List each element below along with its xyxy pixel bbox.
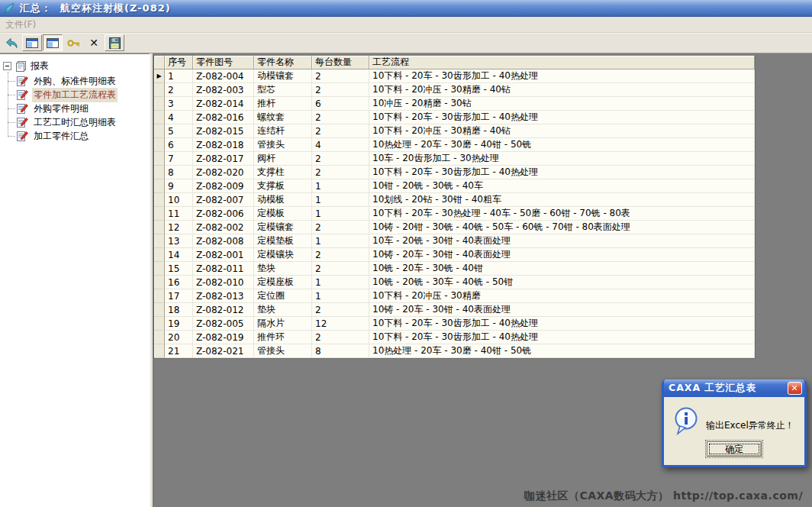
table-cell[interactable]: 1 xyxy=(312,207,369,221)
row-selector[interactable] xyxy=(154,276,165,289)
table-row[interactable]: 21Z-082-021管接头810热处理 - 20车 - 30磨 - 40钳 -… xyxy=(154,344,755,358)
table-cell[interactable]: 10冲压 - 20精磨 - 30钻 xyxy=(369,97,755,111)
table-cell[interactable]: 8 xyxy=(165,166,193,179)
table-cell[interactable]: 垫块 xyxy=(254,262,312,276)
table-cell[interactable]: 10下料 - 20冲压 - 30精磨 xyxy=(369,289,755,303)
table-row[interactable]: 14Z-082-001定模镶块210铸 - 20车 - 30钳 - 40表面处理 xyxy=(154,248,755,262)
table-row[interactable]: 5Z-082-015连结杆210下料 - 20冲压 - 30精磨 - 40钻 xyxy=(154,124,755,138)
table-row[interactable]: 6Z-082-018管接头410热处理 - 20车 - 30磨 - 40钳 - … xyxy=(154,138,755,152)
column-header-2[interactable]: 零件名称 xyxy=(254,56,312,69)
table-cell[interactable]: 定模镶套 xyxy=(254,221,312,234)
table-cell[interactable]: 10下料 - 20车 - 30齿形加工 - 40热处理 xyxy=(369,317,755,331)
table-cell[interactable]: Z-082-010 xyxy=(193,276,254,289)
table-row[interactable]: 3Z-082-014推杆610冲压 - 20精磨 - 30钻 xyxy=(154,97,755,111)
table-cell[interactable]: 1 xyxy=(312,289,369,303)
row-selector[interactable] xyxy=(154,248,165,262)
table-cell[interactable]: Z-082-014 xyxy=(193,97,254,111)
table-cell[interactable]: 15 xyxy=(165,262,193,276)
table-cell[interactable]: 型芯 xyxy=(254,83,312,97)
table-cell[interactable]: 1 xyxy=(312,276,369,289)
table-row[interactable]: 13Z-082-008定模垫板110车 - 20铣 - 30钳 - 40表面处理 xyxy=(154,234,755,248)
table-row[interactable]: 20Z-082-019推件环210下料 - 20车 - 30齿形加工 - 40热… xyxy=(154,331,755,344)
tree-item-1[interactable]: 零件加工工艺流程表 xyxy=(0,88,150,102)
table-cell[interactable]: 8 xyxy=(312,344,369,358)
table-cell[interactable]: Z-082-001 xyxy=(193,248,254,262)
table-cell[interactable]: Z-082-021 xyxy=(193,344,254,358)
table-cell[interactable]: Z-082-013 xyxy=(193,289,254,303)
row-selector[interactable] xyxy=(154,317,165,331)
table-cell[interactable]: Z-082-008 xyxy=(193,234,254,248)
ok-button[interactable]: 确定 xyxy=(707,441,762,457)
table-cell[interactable]: 6 xyxy=(312,97,369,111)
tree-root[interactable]: 报表 xyxy=(3,59,150,73)
menu-file[interactable]: 文件(F) xyxy=(5,18,36,31)
table-cell[interactable]: 11 xyxy=(165,207,193,221)
table-cell[interactable]: 20 xyxy=(165,331,193,344)
row-selector[interactable] xyxy=(154,166,165,179)
table-cell[interactable]: Z-082-003 xyxy=(193,83,254,97)
table-cell[interactable]: 2 xyxy=(312,166,369,179)
table-cell[interactable]: 21 xyxy=(165,344,193,358)
table-row[interactable]: 9Z-082-009支撑板110钳 - 20铣 - 30铣 - 40车 xyxy=(154,179,755,193)
table-cell[interactable]: 1 xyxy=(165,69,193,83)
table-cell[interactable]: 2 xyxy=(312,248,369,262)
table-cell[interactable]: 2 xyxy=(312,111,369,124)
key-button[interactable] xyxy=(63,34,83,51)
dialog-close-button[interactable]: ✕ xyxy=(788,382,802,395)
table-cell[interactable]: 推杆 xyxy=(254,97,312,111)
row-selector[interactable] xyxy=(154,97,165,111)
table-cell[interactable]: 动模板 xyxy=(254,193,312,207)
table-cell[interactable]: 10下料 - 20车 - 30齿形加工 - 40热处理 xyxy=(369,331,755,344)
collapse-minus-icon[interactable] xyxy=(3,62,11,70)
table-cell[interactable]: 10铸 - 20车 - 30钳 - 40表面处理 xyxy=(369,303,755,317)
table-row[interactable]: 15Z-082-011垫块210铣 - 20车 - 30铣 - 40钳 xyxy=(154,262,755,276)
table-cell[interactable]: 3 xyxy=(165,97,193,111)
table-row[interactable]: 17Z-082-013定位圈110下料 - 20冲压 - 30精磨 xyxy=(154,289,755,303)
table-row[interactable]: 16Z-082-010定模座板110铣 - 20铣 - 30车 - 40铣 - … xyxy=(154,276,755,289)
row-selector[interactable] xyxy=(154,124,165,138)
table-cell[interactable]: 19 xyxy=(165,317,193,331)
row-selector[interactable] xyxy=(154,111,165,124)
table-cell[interactable]: 2 xyxy=(312,331,369,344)
report-view-button[interactable] xyxy=(43,34,63,51)
save-button[interactable] xyxy=(105,34,124,51)
table-cell[interactable]: 垫块 xyxy=(254,303,312,317)
table-cell[interactable]: Z-082-015 xyxy=(193,124,254,138)
tree-item-3[interactable]: 工艺工时汇总明细表 xyxy=(0,115,150,129)
table-cell[interactable]: 10车 - 20齿形加工 - 30热处理 xyxy=(369,152,755,166)
table-cell[interactable]: 10下料 - 20车 - 30齿形加工 - 40热处理 xyxy=(369,69,755,83)
table-cell[interactable]: 2 xyxy=(312,303,369,317)
table-cell[interactable]: 2 xyxy=(312,124,369,138)
table-cell[interactable]: 2 xyxy=(165,83,193,97)
table-cell[interactable]: Z-082-006 xyxy=(193,207,254,221)
table-cell[interactable]: 12 xyxy=(312,317,369,331)
table-cell[interactable]: 10下料 - 20冲压 - 30精磨 - 40钻 xyxy=(369,83,755,97)
table-cell[interactable]: 管接头 xyxy=(254,344,312,358)
table-cell[interactable]: Z-082-004 xyxy=(193,69,254,83)
table-cell[interactable]: 定模镶块 xyxy=(254,248,312,262)
table-cell[interactable]: 10下料 - 20车 - 30热处理 - 40车 - 50磨 - 60钳 - 7… xyxy=(369,207,755,221)
table-row[interactable]: 2Z-082-003型芯210下料 - 20冲压 - 30精磨 - 40钻 xyxy=(154,83,755,97)
table-cell[interactable]: 10钳 - 20铣 - 30铣 - 40车 xyxy=(369,179,755,193)
tree-item-0[interactable]: 外购、标准件明细表 xyxy=(0,74,150,88)
table-cell[interactable]: 9 xyxy=(165,179,193,193)
delete-button[interactable]: ✕ xyxy=(84,34,104,51)
table-cell[interactable]: Z-082-007 xyxy=(193,193,254,207)
table-cell[interactable]: 2 xyxy=(312,152,369,166)
row-selector[interactable] xyxy=(154,179,165,193)
table-cell[interactable]: 动模镶套 xyxy=(254,69,312,83)
table-cell[interactable]: 10下料 - 20车 - 30齿形加工 - 40热处理 xyxy=(369,111,755,124)
table-cell[interactable]: 10铣 - 20铣 - 30车 - 40铣 - 50钳 xyxy=(369,276,755,289)
column-header-3[interactable]: 每台数量 xyxy=(312,56,369,69)
row-selector[interactable] xyxy=(154,289,165,303)
table-row[interactable]: 11Z-082-006定模板110下料 - 20车 - 30热处理 - 40车 … xyxy=(154,207,755,221)
table-cell[interactable]: 10铸 - 20钳 - 30铣 - 40铣 - 50车 - 60铣 - 70钳 … xyxy=(369,221,755,234)
table-cell[interactable]: 4 xyxy=(312,138,369,152)
table-cell[interactable]: Z-082-018 xyxy=(193,138,254,152)
row-selector[interactable] xyxy=(154,262,165,276)
table-row[interactable]: 4Z-082-016螺纹套210下料 - 20车 - 30齿形加工 - 40热处… xyxy=(154,111,755,124)
row-selector[interactable] xyxy=(154,331,165,344)
table-cell[interactable]: 定模垫板 xyxy=(254,234,312,248)
layout-view-button[interactable] xyxy=(22,34,42,51)
table-cell[interactable]: 10车 - 20铣 - 30钳 - 40表面处理 xyxy=(369,234,755,248)
